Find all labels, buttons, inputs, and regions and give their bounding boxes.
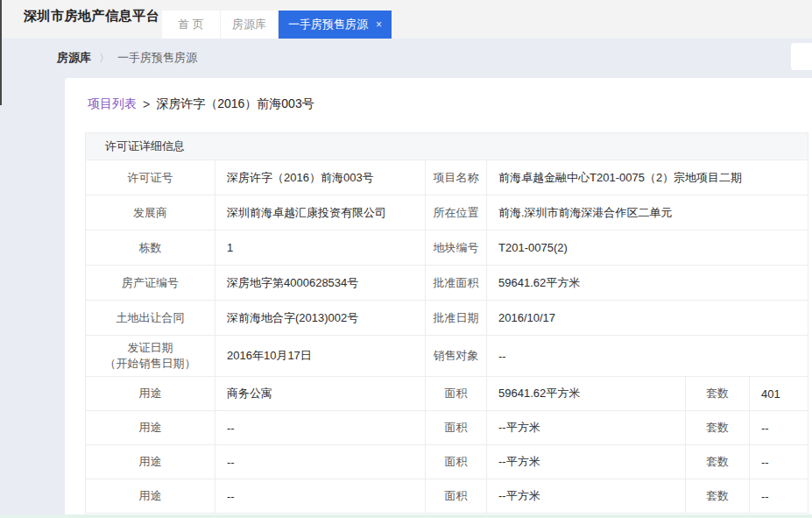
row-value: 深前海地合字(2013)002号 [215, 301, 426, 335]
row-label: 发证日期 （开始销售日期） [86, 336, 215, 376]
row-label: 批准日期 [426, 301, 487, 335]
area-label: 面积 [426, 377, 487, 410]
table-row: 许可证号 深房许字（2016）前海003号 项目名称 前海卓越金融中心T201-… [86, 160, 808, 195]
area-value: --平方米 [487, 479, 686, 513]
bottom-edge-line [0, 514, 812, 518]
usage-row: 用途 商务公寓 面积 59641.62平方米 套数 401 [86, 377, 808, 411]
row-value: 1 [215, 231, 426, 265]
units-label: 套数 [686, 411, 750, 444]
tab-home-label: 首 页 [178, 17, 204, 32]
content-card: 项目列表 > 深房许字（2016）前海003号 许可证详细信息 许可证号 深房许… [65, 78, 812, 518]
units-value: -- [750, 445, 808, 479]
table-section-title: 许可证详细信息 [86, 133, 808, 160]
project-list-link[interactable]: 项目列表 [88, 96, 137, 112]
usage-label: 用途 [86, 377, 215, 410]
tab-presale-label: 一手房预售房源 [288, 17, 368, 32]
usage-value: -- [215, 411, 426, 444]
area-label: 面积 [426, 479, 487, 513]
row-label: 土地出让合同 [86, 301, 215, 335]
row-value: 深房地字第4000628534号 [215, 266, 426, 300]
project-breadcrumb-separator-icon: > [143, 97, 150, 111]
row-label: 房产证编号 [86, 266, 215, 300]
usage-label: 用途 [86, 479, 215, 513]
table-row: 发展商 深圳前海卓越汇康投资有限公司 所在位置 前海.深圳市前海深港合作区二单元 [86, 195, 808, 231]
left-edge-sliver [0, 0, 2, 105]
row-value: 前海.深圳市前海深港合作区二单元 [487, 195, 808, 230]
row-value: 前海卓越金融中心T201-0075（2）宗地项目二期 [487, 160, 808, 195]
row-value: 59641.62平方米 [487, 266, 808, 300]
units-label: 套数 [686, 445, 750, 479]
row-label: 栋数 [86, 231, 215, 265]
row-label: 发展商 [86, 195, 215, 230]
usage-row: 用途 -- 面积 --平方米 套数 -- [86, 411, 808, 445]
area-label: 面积 [426, 411, 487, 444]
units-label: 套数 [686, 479, 750, 513]
close-icon[interactable]: × [376, 19, 382, 30]
row-label: 批准面积 [426, 266, 487, 300]
row-value: 深房许字（2016）前海003号 [215, 160, 426, 195]
usage-row: 用途 -- 面积 --平方米 套数 -- [86, 445, 808, 479]
row-label: 地块编号 [426, 231, 487, 265]
project-breadcrumb-current: 深房许字（2016）前海003号 [156, 96, 314, 112]
row-value: 2016/10/17 [487, 301, 808, 335]
units-value: 401 [750, 377, 808, 410]
row-label: 销售对象 [426, 336, 487, 376]
area-value: 59641.62平方米 [487, 377, 686, 410]
breadcrumb-current: 一手房预售房源 [117, 50, 197, 66]
usage-row: 用途 -- 面积 --平方米 套数 -- [86, 479, 808, 514]
usage-label: 用途 [86, 411, 215, 444]
breadcrumb: 房源库 〉 一手房预售房源 [57, 50, 197, 66]
side-panel-stub [791, 43, 812, 70]
table-row: 发证日期 （开始销售日期） 2016年10月17日 销售对象 -- [86, 336, 808, 377]
app-title: 深圳市房地产信息平台 [24, 8, 159, 25]
usage-value: 商务公寓 [215, 377, 426, 410]
usage-value: -- [215, 479, 426, 513]
table-row: 土地出让合同 深前海地合字(2013)002号 批准日期 2016/10/17 [86, 301, 808, 336]
row-value: -- [487, 336, 808, 376]
breadcrumb-separator-icon: 〉 [99, 51, 109, 66]
table-row: 栋数 1 地块编号 T201-0075(2) [86, 231, 808, 266]
table-section-title-text: 许可证详细信息 [105, 138, 185, 154]
row-label: 所在位置 [426, 195, 487, 230]
row-value: T201-0075(2) [487, 231, 808, 265]
units-value: -- [750, 479, 808, 513]
row-value: 2016年10月17日 [215, 336, 426, 376]
breadcrumb-root-link[interactable]: 房源库 [57, 50, 91, 66]
tab-library[interactable]: 房源库 [221, 11, 279, 39]
usage-label: 用途 [86, 445, 215, 479]
project-breadcrumb: 项目列表 > 深房许字（2016）前海003号 [88, 96, 314, 112]
area-value: --平方米 [487, 445, 686, 479]
tab-presale[interactable]: 一手房预售房源 × [279, 11, 392, 39]
row-label: 项目名称 [426, 160, 487, 195]
tab-library-label: 房源库 [232, 17, 266, 32]
table-row: 房产证编号 深房地字第4000628534号 批准面积 59641.62平方米 [86, 266, 808, 301]
area-label: 面积 [426, 445, 487, 479]
row-value: 深圳前海卓越汇康投资有限公司 [215, 195, 426, 230]
area-value: --平方米 [487, 411, 686, 444]
tab-home[interactable]: 首 页 [162, 11, 221, 39]
row-label: 许可证号 [86, 160, 215, 195]
units-label: 套数 [686, 377, 750, 410]
app-header: 深圳市房地产信息平台 首 页 房源库 一手房预售房源 × [0, 0, 812, 39]
usage-value: -- [215, 445, 426, 479]
permit-detail-table: 许可证详细信息 许可证号 深房许字（2016）前海003号 项目名称 前海卓越金… [85, 132, 808, 514]
units-value: -- [750, 411, 808, 444]
tab-bar: 首 页 房源库 一手房预售房源 × [162, 11, 392, 39]
